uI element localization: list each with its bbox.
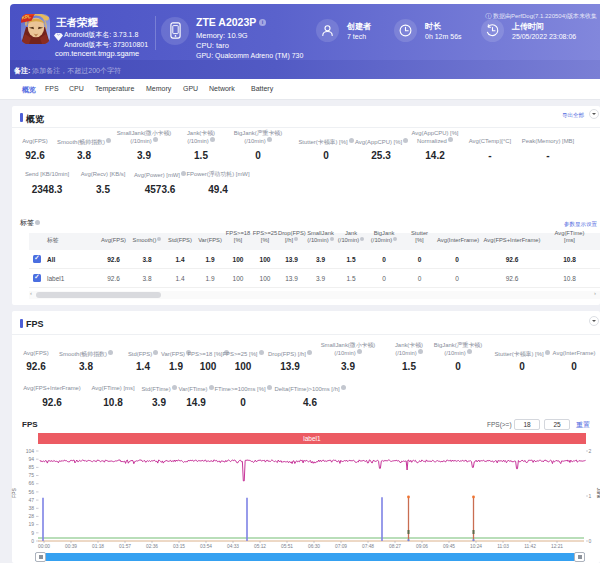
svg-text:06:30: 06:30 <box>308 544 320 549</box>
svg-text:FPS: FPS <box>11 487 17 497</box>
svg-text:38: 38 <box>28 505 34 511</box>
svg-text:66: 66 <box>28 480 34 486</box>
svg-text:00:00: 00:00 <box>38 544 50 549</box>
svg-text:09:45: 09:45 <box>443 544 455 549</box>
svg-text:9: 9 <box>31 530 34 536</box>
svg-text:47: 47 <box>28 497 34 503</box>
svg-text:75: 75 <box>28 472 34 478</box>
svg-text:07:48: 07:48 <box>362 544 374 549</box>
svg-text:05:51: 05:51 <box>281 544 293 549</box>
svg-text:01:57: 01:57 <box>119 544 131 549</box>
svg-text:03:15: 03:15 <box>173 544 185 549</box>
svg-text:04:33: 04:33 <box>227 544 239 549</box>
svg-text:28: 28 <box>28 513 34 519</box>
svg-text:85: 85 <box>28 464 34 470</box>
svg-text:2: 2 <box>589 448 592 454</box>
svg-text:104: 104 <box>26 448 35 454</box>
svg-text:11:42: 11:42 <box>524 544 536 549</box>
svg-text:09:06: 09:06 <box>416 544 428 549</box>
svg-text:08:27: 08:27 <box>389 544 401 549</box>
svg-text:07:09: 07:09 <box>335 544 347 549</box>
svg-text:94: 94 <box>28 456 34 462</box>
svg-text:12:21: 12:21 <box>551 544 563 549</box>
svg-text:00:39: 00:39 <box>65 544 77 549</box>
svg-text:19: 19 <box>28 521 34 527</box>
svg-text:56: 56 <box>28 489 34 495</box>
svg-text:0: 0 <box>589 538 592 544</box>
svg-text:01:18: 01:18 <box>92 544 104 549</box>
svg-text:0: 0 <box>31 538 34 544</box>
svg-text:10:24: 10:24 <box>470 544 482 549</box>
svg-text:11:03: 11:03 <box>497 544 509 549</box>
svg-text:02:36: 02:36 <box>146 544 158 549</box>
svg-text:05:12: 05:12 <box>254 544 266 549</box>
svg-text:Jank: Jank <box>596 488 600 499</box>
svg-text:03:54: 03:54 <box>200 544 212 549</box>
svg-text:1: 1 <box>589 493 592 499</box>
